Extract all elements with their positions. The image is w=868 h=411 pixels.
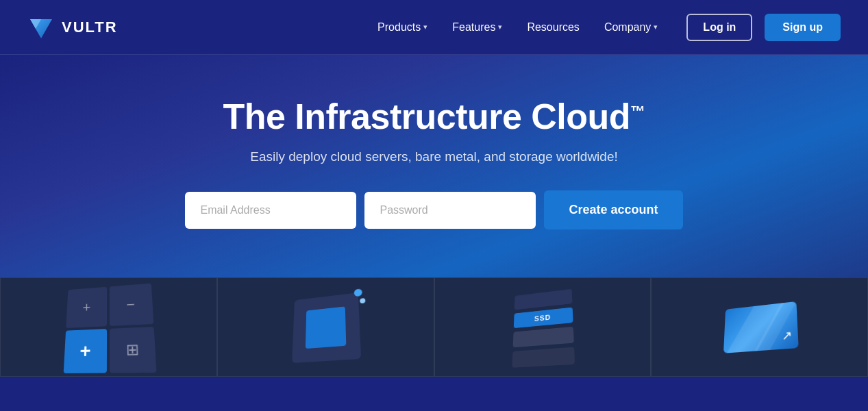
storage-illustration: ↗	[723, 301, 799, 353]
password-input[interactable]	[364, 192, 536, 229]
vultr-logo-icon	[27, 14, 55, 41]
gpu-illustration	[292, 292, 361, 363]
nav-company[interactable]: Company ▾	[595, 16, 667, 39]
arrow-icon: ↗	[781, 327, 792, 343]
calc-minus-icon: −	[110, 283, 153, 325]
compute-illustration: + − + ⊞	[64, 283, 157, 373]
ssd-illustration: SSD	[512, 288, 574, 367]
email-input[interactable]	[185, 192, 356, 229]
product-cards: + − + ⊞ SSD ↗	[0, 277, 868, 377]
calc-add-icon: +	[64, 329, 107, 373]
storage-rect: ↗	[723, 301, 799, 353]
storage-card[interactable]: ↗	[651, 277, 868, 377]
ssd-layer-mid	[513, 326, 574, 347]
hero-form: Create account	[185, 190, 682, 229]
chevron-down-icon: ▾	[423, 23, 427, 32]
nav-resources[interactable]: Resources	[517, 16, 588, 39]
signup-button[interactable]: Sign up	[765, 14, 841, 41]
hero-title: The Infrastructure Cloud™	[223, 96, 645, 137]
create-account-button[interactable]: Create account	[544, 190, 682, 229]
logo-text: VULTR	[62, 18, 118, 36]
gpu-card[interactable]	[217, 277, 434, 377]
ssd-layer-bottom	[512, 347, 574, 367]
chevron-down-icon: ▾	[654, 23, 658, 32]
calc-plus-icon: +	[66, 286, 108, 327]
logo[interactable]: VULTR	[27, 14, 118, 41]
chip-base	[292, 292, 361, 363]
compute-card[interactable]: + − + ⊞	[0, 277, 217, 377]
ssd-label: SSD	[514, 307, 573, 328]
navbar: VULTR Products ▾ Features ▾ Resources Co…	[0, 0, 868, 55]
chip-top	[306, 306, 347, 349]
calc-grid-icon: ⊞	[110, 326, 157, 373]
chip-dot-small	[360, 298, 365, 303]
nav-features[interactable]: Features ▾	[443, 16, 512, 39]
ssd-card[interactable]: SSD	[434, 277, 652, 377]
nav-links: Products ▾ Features ▾ Resources Company …	[368, 14, 841, 41]
hero-section: The Infrastructure Cloud™ Easily deploy …	[0, 55, 868, 277]
login-button[interactable]: Log in	[686, 14, 752, 41]
chip-dot	[354, 288, 362, 297]
hero-subtitle: Easily deploy cloud servers, bare metal,…	[250, 149, 618, 164]
ssd-layer-top	[514, 288, 573, 310]
nav-products[interactable]: Products ▾	[368, 16, 437, 39]
chevron-down-icon: ▾	[498, 23, 502, 32]
